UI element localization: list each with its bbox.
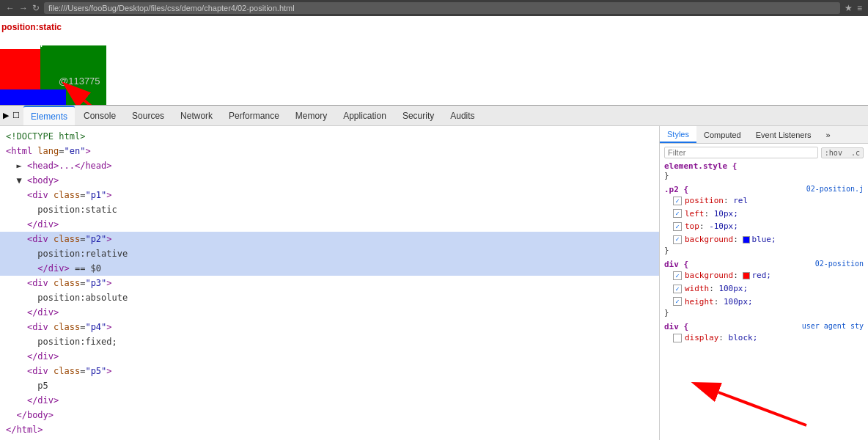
- main-area: position:static position:absolute positi…: [0, 16, 868, 440]
- styles-subtab-event-listeners[interactable]: Event Listeners: [749, 126, 819, 143]
- style-prop-bg-red: ✓ background: red;: [664, 269, 864, 282]
- styles-subtab-computed[interactable]: Computed: [696, 126, 749, 143]
- watermark: @113775: [59, 76, 100, 87]
- styles-content: :hov .c element.style { } .p2 { 02-posit…: [660, 144, 868, 440]
- menu-icon[interactable]: ≡: [857, 3, 862, 13]
- devtools-inspect-icon[interactable]: ☐: [12, 111, 20, 120]
- p1-label: position:static: [1, 22, 62, 32]
- html-line-p2-open[interactable]: <div class="p2">: [0, 232, 659, 246]
- style-prop-width: ✓ width: 100px;: [664, 282, 864, 296]
- bookmark-icon[interactable]: ★: [845, 3, 853, 13]
- prop-check-left[interactable]: ✓: [673, 209, 682, 218]
- styles-subtab-styles[interactable]: Styles: [660, 126, 696, 143]
- html-line-p4-open: <div class="p4">: [0, 320, 659, 334]
- html-line-p4-text: position:fixed;: [0, 334, 659, 349]
- blue-swatch: [743, 236, 750, 243]
- html-line-p1-text: position:static: [0, 202, 659, 217]
- html-line-p5-close: </div>: [0, 393, 659, 408]
- back-icon[interactable]: ←: [6, 3, 15, 13]
- style-prop-left: ✓ left: 10px;: [664, 208, 864, 221]
- red-swatch: [743, 272, 750, 279]
- html-line-body-close: </body>: [0, 408, 659, 422]
- url-bar[interactable]: file:///Users/fooBug/Desktop/files/css/d…: [44, 2, 840, 14]
- browser-bar: ← → ↻ file:///Users/fooBug/Desktop/files…: [0, 0, 868, 16]
- prop-check-display[interactable]: [673, 334, 682, 342]
- tab-memory[interactable]: Memory: [288, 106, 334, 125]
- html-line-p3-text: position:absolute: [0, 290, 659, 305]
- html-panel: <!DOCTYPE html> <html lang="en"> ► <head…: [0, 126, 660, 440]
- prop-check-position[interactable]: ✓: [673, 197, 682, 205]
- tab-application[interactable]: Application: [336, 106, 394, 125]
- devtools-tabs-bar: ▶ ☐ Elements Console Sources Network Per…: [0, 106, 868, 126]
- html-line-p5-text: p5: [0, 378, 659, 393]
- styles-filter-input[interactable]: [664, 147, 818, 158]
- html-line-p5-open: <div class="p5">: [0, 364, 659, 378]
- devtools-cursor-icon[interactable]: ▶: [3, 111, 9, 120]
- html-line-body: ▼ <body>: [0, 173, 659, 188]
- tab-network[interactable]: Network: [173, 106, 220, 125]
- filter-row: :hov .c: [664, 147, 864, 158]
- prop-check-bg-red[interactable]: ✓: [673, 271, 682, 280]
- devtools: ▶ ☐ Elements Console Sources Network Per…: [0, 106, 868, 440]
- html-line-doctype: <!DOCTYPE html>: [0, 129, 659, 144]
- style-rule-ua-selector-line: div { user agent sty: [664, 322, 864, 331]
- style-rule-div: div { 02-position ✓ background: red; ✓ w…: [664, 260, 864, 318]
- prop-check-top[interactable]: ✓: [673, 222, 682, 231]
- style-prop-background-blue: ✓ background: blue;: [664, 233, 864, 246]
- style-prop-top: ✓ top: -10px;: [664, 220, 864, 233]
- html-line-p2-dollar: </div> == $0: [0, 261, 659, 276]
- tab-console[interactable]: Console: [76, 106, 123, 125]
- html-line-p1-close: </div>: [0, 217, 659, 232]
- tab-audits[interactable]: Audits: [443, 106, 482, 125]
- style-prop-height: ✓ height: 100px;: [664, 296, 864, 309]
- styles-subtab-more[interactable]: »: [819, 126, 838, 143]
- html-line-p3-close: </div>: [0, 305, 659, 320]
- tab-elements[interactable]: Elements: [23, 106, 75, 125]
- arrows-overlay: [0, 16, 868, 105]
- html-line-p4-close: </div>: [0, 349, 659, 364]
- style-prop-display: display: block;: [664, 331, 864, 345]
- html-line-p1-open: <div class="p1">: [0, 188, 659, 202]
- styles-panel: Styles Computed Event Listeners » :hov .…: [660, 126, 868, 440]
- html-line-head: ► <head>...</head>: [0, 158, 659, 173]
- style-rule-p2-close: }: [664, 246, 864, 255]
- tab-security[interactable]: Security: [395, 106, 441, 125]
- prop-check-bg-blue[interactable]: ✓: [673, 235, 682, 244]
- style-prop-position: ✓ position: rel: [664, 194, 864, 208]
- html-line-p3-open: <div class="p3">: [0, 276, 659, 290]
- styles-tabs: Styles Computed Event Listeners »: [660, 126, 868, 144]
- forward-icon[interactable]: →: [19, 3, 28, 13]
- style-rule-element: element.style { }: [664, 161, 864, 180]
- tab-sources[interactable]: Sources: [125, 106, 172, 125]
- filter-hover-button[interactable]: :hov .c: [821, 147, 864, 158]
- reload-icon[interactable]: ↻: [32, 3, 40, 13]
- style-rule-p2: .p2 { 02-position.j ✓ position: rel ✓ le…: [664, 185, 864, 255]
- devtools-body: <!DOCTYPE html> <html lang="en"> ► <head…: [0, 126, 868, 440]
- absolute-label: position:absolute: [40, 38, 108, 47]
- style-rule-selector: element.style {: [664, 161, 864, 171]
- preview-pane: position:static position:absolute positi…: [0, 16, 868, 106]
- style-rule-user-agent: div { user agent sty display: block;: [664, 322, 864, 345]
- tab-performance[interactable]: Performance: [221, 106, 287, 125]
- box-p2-blue: position:: [0, 89, 66, 106]
- html-line-html: <html lang="en">: [0, 144, 659, 158]
- html-line-html-close: </html>: [0, 422, 659, 437]
- prop-check-height[interactable]: ✓: [673, 297, 682, 306]
- style-rule-close: }: [664, 171, 864, 180]
- prop-check-width[interactable]: ✓: [673, 285, 682, 293]
- style-rule-p2-selector-line: .p2 { 02-position.j: [664, 185, 864, 194]
- style-rule-div-close: }: [664, 308, 864, 318]
- html-line-p2-text: position:relative: [0, 246, 659, 261]
- style-rule-div-selector-line: div { 02-position: [664, 260, 864, 269]
- url-text: file:///Users/fooBug/Desktop/files/css/d…: [48, 4, 295, 12]
